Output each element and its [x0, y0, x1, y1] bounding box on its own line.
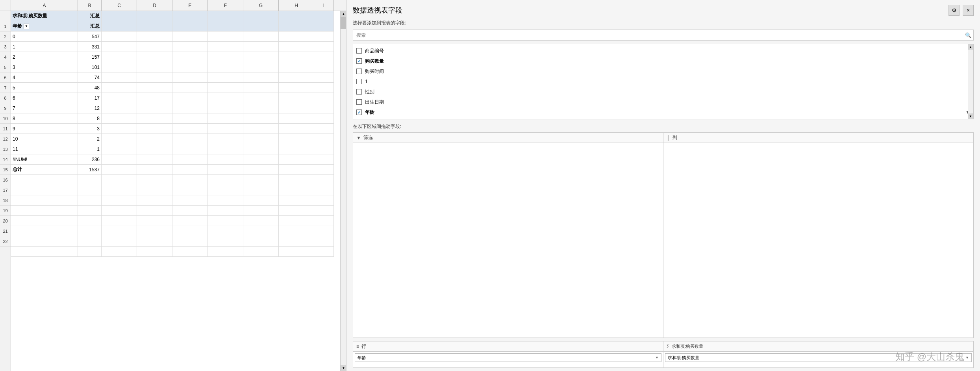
cell-b-16[interactable]: [78, 195, 102, 206]
cell-b-9[interactable]: 3: [78, 124, 102, 134]
age-filter-icon[interactable]: ▼: [24, 24, 29, 29]
row-area[interactable]: ≡ 行 年龄 ▼: [353, 341, 663, 368]
cell-b-1[interactable]: 331: [78, 42, 102, 52]
row-field-tag[interactable]: 年龄 ▼: [355, 353, 661, 362]
cell-a-15[interactable]: [11, 185, 78, 195]
cell-a-12[interactable]: #NUM!: [11, 154, 78, 165]
cell-b-17[interactable]: [78, 206, 102, 216]
cell-b-6[interactable]: 17: [78, 93, 102, 103]
cell-i-5: [314, 83, 334, 93]
close-btn[interactable]: ×: [963, 5, 974, 16]
cell-a-11[interactable]: 11: [11, 144, 78, 154]
cell-b-7[interactable]: 12: [78, 103, 102, 113]
field-item-nian_ling[interactable]: 年龄 ▼: [353, 107, 973, 117]
cell-r1h: [279, 21, 314, 32]
field-item-xing_bie[interactable]: 性别: [353, 87, 973, 97]
cell-a-10[interactable]: 10: [11, 134, 78, 144]
cell-a-21[interactable]: [11, 247, 78, 257]
table-row: 11 1: [11, 144, 340, 154]
cell-b-19[interactable]: [78, 226, 102, 236]
cell-b-13[interactable]: 1537: [78, 165, 102, 175]
cell-b-3[interactable]: 101: [78, 62, 102, 72]
cell-b-11[interactable]: 1: [78, 144, 102, 154]
cell-b-20[interactable]: [78, 236, 102, 247]
cell-a-6[interactable]: 6: [11, 93, 78, 103]
checkbox-xing_bie[interactable]: [356, 89, 362, 95]
cell-g-8: [243, 113, 279, 124]
cell-f-2: [208, 52, 243, 62]
cell-d-17: [137, 206, 172, 216]
cell-d-6: [137, 93, 172, 103]
cell-a-18[interactable]: [11, 216, 78, 226]
cell-e-6: [172, 93, 208, 103]
cell-f-5: [208, 83, 243, 93]
checkbox-shang_pin_bian_hao[interactable]: [356, 48, 362, 54]
cell-a-7[interactable]: 7: [11, 103, 78, 113]
vertical-scrollbar[interactable]: ▲ ▼: [340, 11, 346, 371]
cell-h-13: [279, 165, 314, 175]
cell-b-0[interactable]: 547: [78, 32, 102, 42]
search-input[interactable]: [353, 30, 974, 41]
cell-a-4[interactable]: 4: [11, 72, 78, 83]
cell-header-a[interactable]: 求和项:购买数量: [11, 11, 78, 21]
value-area-header: Σ 求和项:购买数量: [663, 341, 973, 352]
col-area-label: 列: [672, 134, 677, 141]
col-area[interactable]: ║ 列: [663, 132, 974, 338]
checkbox-gou_mai_shu_liang[interactable]: [356, 58, 362, 64]
fields-scroll-up[interactable]: ▲: [968, 44, 973, 50]
checkbox-chu_sheng_ri_qi[interactable]: [356, 99, 362, 105]
field-item-gou_mai_shi_jian[interactable]: 购买时间: [353, 66, 973, 76]
value-tag-arrow[interactable]: ▼: [965, 356, 969, 360]
cell-a-8[interactable]: 8: [11, 113, 78, 124]
cell-a-0[interactable]: 0: [11, 32, 78, 42]
value-area[interactable]: Σ 求和项:购买数量 求和项:购买数量 ▼: [663, 341, 974, 368]
cell-b-14[interactable]: [78, 175, 102, 185]
scroll-track[interactable]: [341, 17, 346, 365]
cell-a-9[interactable]: 9: [11, 124, 78, 134]
cell-e-4: [172, 72, 208, 83]
cell-a-16[interactable]: [11, 195, 78, 206]
pivot-panel: 数据透视表字段 ⚙ × 选择要添加到报表的字段: 🔍 商品编号 购买数量 购买时…: [346, 0, 980, 371]
cell-b-8[interactable]: 8: [78, 113, 102, 124]
cell-b-18[interactable]: [78, 216, 102, 226]
value-field-tag[interactable]: 求和项:购买数量 ▼: [665, 353, 972, 362]
row-tag-arrow[interactable]: ▼: [655, 356, 659, 360]
cell-a-2[interactable]: 2: [11, 52, 78, 62]
fields-scrollbar[interactable]: ▲ ▼: [968, 44, 973, 119]
fields-scroll-down[interactable]: ▼: [968, 113, 973, 119]
field-item-gou_mai_shu_liang[interactable]: 购买数量: [353, 56, 973, 66]
pivot-subheader-row: 年龄 ▼ 汇总: [11, 21, 340, 32]
field-item-num_1[interactable]: 1: [353, 76, 973, 87]
cell-b-21[interactable]: [78, 247, 102, 257]
scroll-down-btn[interactable]: ▼: [341, 365, 346, 371]
cell-a-1[interactable]: 1: [11, 42, 78, 52]
cell-a-20[interactable]: [11, 236, 78, 247]
checkbox-num_1[interactable]: [356, 79, 362, 84]
checkbox-nian_ling[interactable]: [356, 109, 362, 115]
filter-area[interactable]: ▼ 筛选: [353, 132, 663, 338]
scroll-up-btn[interactable]: ▲: [341, 11, 346, 17]
cell-h-5: [279, 83, 314, 93]
cell-header-e: [172, 11, 208, 21]
cell-i-9: [314, 124, 334, 134]
cell-g-10: [243, 134, 279, 144]
cell-age-label[interactable]: 年龄 ▼: [11, 21, 78, 32]
cell-a-5[interactable]: 5: [11, 83, 78, 93]
checkbox-gou_mai_shi_jian[interactable]: [356, 69, 362, 74]
cell-b-10[interactable]: 2: [78, 134, 102, 144]
field-item-shang_pin_bian_hao[interactable]: 商品编号: [353, 46, 973, 56]
cell-header-b[interactable]: 汇总: [78, 11, 102, 21]
cell-b-15[interactable]: [78, 185, 102, 195]
cell-b-4[interactable]: 74: [78, 72, 102, 83]
cell-b-5[interactable]: 48: [78, 83, 102, 93]
cell-b-12[interactable]: 236: [78, 154, 102, 165]
cell-a-17[interactable]: [11, 206, 78, 216]
settings-btn[interactable]: ⚙: [949, 5, 960, 16]
cell-a-13[interactable]: 总计: [11, 165, 78, 175]
scroll-thumb[interactable]: [341, 17, 346, 29]
cell-a-3[interactable]: 3: [11, 62, 78, 72]
field-item-chu_sheng_ri_qi[interactable]: 出生日期: [353, 97, 973, 107]
cell-b-2[interactable]: 157: [78, 52, 102, 62]
cell-a-19[interactable]: [11, 226, 78, 236]
cell-a-14[interactable]: [11, 175, 78, 185]
